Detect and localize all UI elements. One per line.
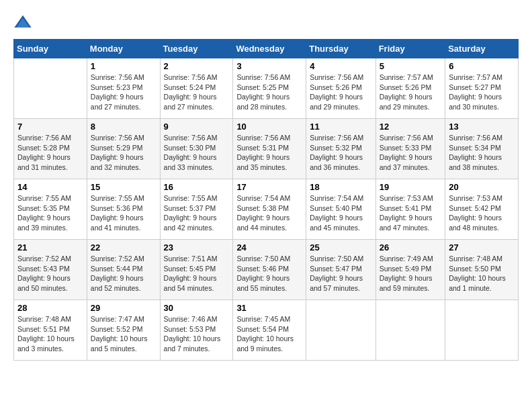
calendar-cell (14, 58, 87, 119)
calendar-cell: 14Sunrise: 7:55 AM Sunset: 5:35 PM Dayli… (14, 179, 87, 240)
day-number: 22 (91, 242, 157, 253)
calendar-week-row: 28Sunrise: 7:48 AM Sunset: 5:51 PM Dayli… (14, 300, 519, 361)
calendar-cell: 3Sunrise: 7:56 AM Sunset: 5:25 PM Daylig… (233, 58, 306, 119)
calendar-cell: 18Sunrise: 7:54 AM Sunset: 5:40 PM Dayli… (306, 179, 375, 240)
day-number: 16 (164, 182, 230, 192)
day-number: 8 (91, 122, 157, 132)
day-info: Sunrise: 7:45 AM Sunset: 5:54 PM Dayligh… (236, 314, 302, 354)
day-info: Sunrise: 7:56 AM Sunset: 5:31 PM Dayligh… (236, 133, 302, 173)
calendar-cell: 30Sunrise: 7:46 AM Sunset: 5:53 PM Dayli… (160, 300, 233, 361)
day-info: Sunrise: 7:48 AM Sunset: 5:51 PM Dayligh… (17, 314, 83, 354)
day-number: 17 (236, 182, 302, 192)
day-info: Sunrise: 7:56 AM Sunset: 5:25 PM Dayligh… (236, 73, 302, 112)
calendar-cell: 6Sunrise: 7:57 AM Sunset: 5:27 PM Daylig… (445, 58, 519, 119)
calendar-cell: 11Sunrise: 7:56 AM Sunset: 5:32 PM Dayli… (306, 119, 375, 179)
calendar-cell: 31Sunrise: 7:45 AM Sunset: 5:54 PM Dayli… (233, 300, 306, 361)
header-day: Tuesday (160, 40, 233, 58)
calendar-cell (445, 300, 519, 361)
calendar-cell: 28Sunrise: 7:48 AM Sunset: 5:51 PM Dayli… (14, 300, 87, 361)
day-number: 21 (17, 242, 83, 253)
calendar-cell: 1Sunrise: 7:56 AM Sunset: 5:23 PM Daylig… (87, 58, 160, 119)
day-number: 29 (91, 303, 157, 313)
calendar-cell: 25Sunrise: 7:50 AM Sunset: 5:47 PM Dayli… (306, 240, 375, 300)
day-number: 26 (380, 242, 441, 253)
day-info: Sunrise: 7:48 AM Sunset: 5:50 PM Dayligh… (449, 254, 515, 293)
day-number: 10 (236, 122, 302, 132)
day-info: Sunrise: 7:50 AM Sunset: 5:47 PM Dayligh… (310, 254, 371, 293)
calendar-week-row: 21Sunrise: 7:52 AM Sunset: 5:43 PM Dayli… (14, 240, 519, 300)
day-number: 19 (380, 182, 441, 192)
page-header (13, 13, 519, 32)
day-info: Sunrise: 7:46 AM Sunset: 5:53 PM Dayligh… (164, 314, 230, 354)
calendar-cell: 2Sunrise: 7:56 AM Sunset: 5:24 PM Daylig… (160, 58, 233, 119)
day-info: Sunrise: 7:51 AM Sunset: 5:45 PM Dayligh… (164, 254, 230, 293)
calendar-cell: 26Sunrise: 7:49 AM Sunset: 5:49 PM Dayli… (375, 240, 445, 300)
calendar-week-row: 7Sunrise: 7:56 AM Sunset: 5:28 PM Daylig… (14, 119, 519, 179)
day-number: 4 (310, 61, 371, 71)
day-number: 13 (449, 122, 515, 132)
day-number: 27 (449, 242, 515, 253)
calendar-table: SundayMondayTuesdayWednesdayThursdayFrid… (13, 39, 519, 361)
calendar-cell: 5Sunrise: 7:57 AM Sunset: 5:26 PM Daylig… (375, 58, 445, 119)
day-number: 2 (164, 61, 230, 71)
day-info: Sunrise: 7:56 AM Sunset: 5:24 PM Dayligh… (164, 73, 230, 112)
day-info: Sunrise: 7:52 AM Sunset: 5:44 PM Dayligh… (91, 254, 157, 293)
day-number: 5 (380, 61, 441, 71)
header-day: Monday (87, 40, 160, 58)
day-number: 30 (164, 303, 230, 313)
calendar-cell: 29Sunrise: 7:47 AM Sunset: 5:52 PM Dayli… (87, 300, 160, 361)
calendar-cell: 13Sunrise: 7:56 AM Sunset: 5:34 PM Dayli… (445, 119, 519, 179)
calendar-cell: 7Sunrise: 7:56 AM Sunset: 5:28 PM Daylig… (14, 119, 87, 179)
day-info: Sunrise: 7:54 AM Sunset: 5:40 PM Dayligh… (310, 193, 371, 233)
day-info: Sunrise: 7:57 AM Sunset: 5:27 PM Dayligh… (449, 73, 515, 112)
calendar-cell: 21Sunrise: 7:52 AM Sunset: 5:43 PM Dayli… (14, 240, 87, 300)
day-number: 1 (91, 61, 157, 71)
day-number: 18 (310, 182, 371, 192)
header-day: Sunday (14, 40, 87, 58)
calendar-cell: 12Sunrise: 7:56 AM Sunset: 5:33 PM Dayli… (375, 119, 445, 179)
calendar-cell: 10Sunrise: 7:56 AM Sunset: 5:31 PM Dayli… (233, 119, 306, 179)
calendar-cell: 23Sunrise: 7:51 AM Sunset: 5:45 PM Dayli… (160, 240, 233, 300)
calendar-cell: 24Sunrise: 7:50 AM Sunset: 5:46 PM Dayli… (233, 240, 306, 300)
day-info: Sunrise: 7:47 AM Sunset: 5:52 PM Dayligh… (91, 314, 157, 354)
calendar-body: 1Sunrise: 7:56 AM Sunset: 5:23 PM Daylig… (14, 58, 519, 361)
day-info: Sunrise: 7:56 AM Sunset: 5:29 PM Dayligh… (91, 133, 157, 173)
calendar-cell (306, 300, 375, 361)
day-number: 31 (236, 303, 302, 313)
calendar-cell: 16Sunrise: 7:55 AM Sunset: 5:37 PM Dayli… (160, 179, 233, 240)
day-info: Sunrise: 7:57 AM Sunset: 5:26 PM Dayligh… (380, 73, 441, 112)
header-row: SundayMondayTuesdayWednesdayThursdayFrid… (14, 40, 519, 58)
day-info: Sunrise: 7:56 AM Sunset: 5:33 PM Dayligh… (380, 133, 441, 173)
day-info: Sunrise: 7:53 AM Sunset: 5:42 PM Dayligh… (449, 193, 515, 233)
calendar-cell: 27Sunrise: 7:48 AM Sunset: 5:50 PM Dayli… (445, 240, 519, 300)
calendar-cell: 17Sunrise: 7:54 AM Sunset: 5:38 PM Dayli… (233, 179, 306, 240)
calendar-header: SundayMondayTuesdayWednesdayThursdayFrid… (14, 40, 519, 58)
calendar-cell: 9Sunrise: 7:56 AM Sunset: 5:30 PM Daylig… (160, 119, 233, 179)
day-info: Sunrise: 7:55 AM Sunset: 5:37 PM Dayligh… (164, 193, 230, 233)
day-number: 28 (17, 303, 83, 313)
calendar-cell: 19Sunrise: 7:53 AM Sunset: 5:41 PM Dayli… (375, 179, 445, 240)
calendar-cell: 4Sunrise: 7:56 AM Sunset: 5:26 PM Daylig… (306, 58, 375, 119)
day-info: Sunrise: 7:56 AM Sunset: 5:30 PM Dayligh… (164, 133, 230, 173)
calendar-cell: 20Sunrise: 7:53 AM Sunset: 5:42 PM Dayli… (445, 179, 519, 240)
day-info: Sunrise: 7:56 AM Sunset: 5:28 PM Dayligh… (17, 133, 83, 173)
day-info: Sunrise: 7:53 AM Sunset: 5:41 PM Dayligh… (380, 193, 441, 233)
day-number: 9 (164, 122, 230, 132)
calendar-week-row: 14Sunrise: 7:55 AM Sunset: 5:35 PM Dayli… (14, 179, 519, 240)
header-day: Thursday (306, 40, 375, 58)
logo-icon (13, 13, 32, 32)
day-info: Sunrise: 7:56 AM Sunset: 5:26 PM Dayligh… (310, 73, 371, 112)
day-info: Sunrise: 7:56 AM Sunset: 5:32 PM Dayligh… (310, 133, 371, 173)
day-info: Sunrise: 7:52 AM Sunset: 5:43 PM Dayligh… (17, 254, 83, 293)
logo (13, 13, 35, 32)
calendar-cell (375, 300, 445, 361)
day-info: Sunrise: 7:50 AM Sunset: 5:46 PM Dayligh… (236, 254, 302, 293)
calendar-cell: 8Sunrise: 7:56 AM Sunset: 5:29 PM Daylig… (87, 119, 160, 179)
day-number: 12 (380, 122, 441, 132)
day-info: Sunrise: 7:55 AM Sunset: 5:35 PM Dayligh… (17, 193, 83, 233)
header-day: Wednesday (233, 40, 306, 58)
day-info: Sunrise: 7:56 AM Sunset: 5:34 PM Dayligh… (449, 133, 515, 173)
day-number: 14 (17, 182, 83, 192)
header-day: Saturday (445, 40, 519, 58)
calendar-cell: 15Sunrise: 7:55 AM Sunset: 5:36 PM Dayli… (87, 179, 160, 240)
